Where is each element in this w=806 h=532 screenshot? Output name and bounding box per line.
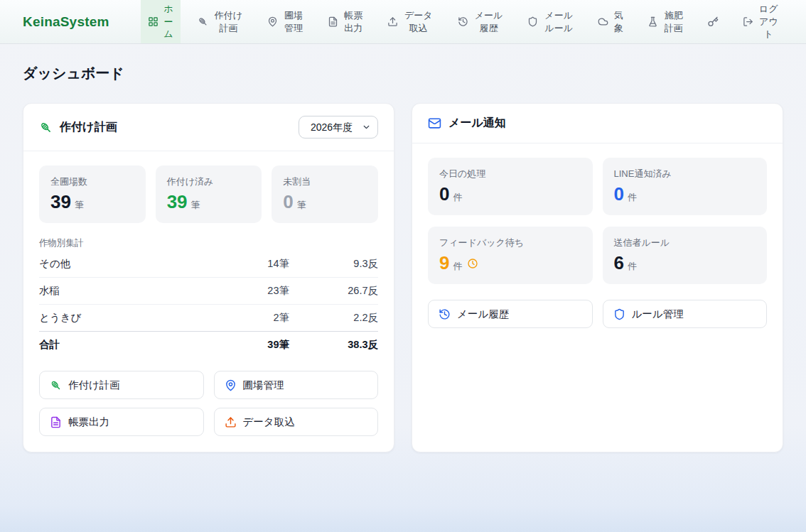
- button-label: メール履歴: [457, 308, 509, 321]
- stat-total-fields: 全圃場数 39 筆: [39, 165, 146, 223]
- nav-item-mail-rules[interactable]: メールルール: [520, 0, 581, 43]
- nav-label: 気象: [613, 9, 624, 34]
- mail-history-button[interactable]: メール履歴: [428, 300, 593, 328]
- nav-item-fertilization-plan[interactable]: 施肥計画: [640, 0, 691, 43]
- crop-name: とうきび: [39, 311, 222, 325]
- planting-card-title: 作付け計画: [60, 120, 291, 135]
- button-label: データ取込: [243, 416, 295, 429]
- app-logo[interactable]: KeinaSystem: [23, 14, 109, 30]
- main-content: ダッシュボード 作付け計画 2026年度 全圃場数: [0, 44, 806, 452]
- mail-stats-row-1: 今日の処理 0 件 LINE通知済み 0 件: [428, 158, 767, 215]
- stat-unit: 件: [453, 260, 462, 273]
- crop-count: 14筆: [222, 257, 289, 271]
- nav-item-planting-plan[interactable]: 作付け計画: [190, 0, 252, 43]
- nav-item-mail-history[interactable]: メール履歴: [451, 0, 512, 43]
- crop-name: その他: [39, 257, 222, 271]
- history-icon: [439, 308, 451, 320]
- crop-count: 39筆: [222, 338, 289, 352]
- stat-planted: 作付け済み 39 筆: [156, 165, 262, 223]
- stat-label: 今日の処理: [439, 168, 581, 180]
- stat-sender-rules: 送信者ルール 6 件: [603, 227, 768, 284]
- file-text-icon: [50, 416, 62, 428]
- crop-row: とうきび 2筆 2.2反: [39, 305, 378, 331]
- nav-item-weather[interactable]: 気象: [591, 0, 631, 43]
- stat-value: 0: [439, 185, 449, 203]
- nav-item-api-key[interactable]: [700, 0, 726, 43]
- stat-unassigned: 未割当 0 筆: [272, 165, 378, 223]
- nav-item-report-output[interactable]: 帳票出力: [321, 0, 371, 43]
- stat-today-processed: 今日の処理 0 件: [428, 158, 593, 215]
- field-management-button[interactable]: 圃場管理: [214, 371, 379, 399]
- dashboard-cards: 作付け計画 2026年度 全圃場数 39 筆: [23, 103, 783, 452]
- mail-notification-card: メール通知 今日の処理 0 件 LINE通知済み 0: [412, 103, 783, 452]
- crop-summary-table: その他 14筆 9.3反 水稲 23筆 26.7反 とうきび 2筆 2.2反: [39, 251, 378, 358]
- planting-stats: 全圃場数 39 筆 作付け済み 39 筆 未割当: [39, 165, 378, 223]
- stat-value: 39: [50, 192, 71, 211]
- nav-label: ホーム: [163, 3, 174, 40]
- nav-label: 帳票出力: [343, 9, 364, 34]
- key-icon: [707, 16, 719, 28]
- app-header: KeinaSystem ホーム 作付け計画 圃場管理 帳票出力 データ取込 メー…: [0, 0, 806, 44]
- mail-card-body: 今日の処理 0 件 LINE通知済み 0 件: [412, 143, 783, 452]
- stat-label: 作付け済み: [167, 175, 251, 188]
- planting-card-body: 全圃場数 39 筆 作付け済み 39 筆 未割当: [23, 151, 394, 452]
- upload-icon: [387, 16, 398, 27]
- stat-label: フィードバック待ち: [439, 237, 581, 249]
- crop-name: 水稲: [39, 284, 222, 298]
- crop-row: 水稲 23筆 26.7反: [39, 278, 378, 305]
- wheat-icon: [39, 121, 53, 134]
- nav-label: メール履歴: [473, 9, 505, 34]
- crop-area: 38.3反: [289, 338, 378, 352]
- history-icon: [458, 16, 468, 27]
- nav-label: 作付け計画: [213, 9, 245, 34]
- crop-count: 2筆: [222, 311, 289, 325]
- mail-icon: [428, 116, 441, 130]
- planting-actions: 作付け計画 圃場管理 帳票出力 データ取込: [39, 371, 378, 436]
- stat-value: 0: [283, 192, 293, 211]
- planting-plan-card: 作付け計画 2026年度 全圃場数 39 筆: [23, 103, 394, 452]
- crop-summary-heading: 作物別集計: [39, 237, 378, 249]
- map-pin-icon: [225, 379, 237, 391]
- home-icon: [148, 16, 158, 27]
- nav-label: ログアウト: [758, 3, 779, 40]
- stat-label: 未割当: [283, 175, 367, 188]
- logout-icon: [743, 16, 753, 27]
- stat-value: 9: [439, 254, 449, 272]
- stat-label: 全圃場数: [50, 175, 134, 188]
- planting-plan-button[interactable]: 作付け計画: [39, 371, 204, 399]
- file-text-icon: [328, 16, 338, 27]
- report-output-button[interactable]: 帳票出力: [39, 408, 204, 436]
- crop-area: 2.2反: [289, 311, 378, 325]
- stat-unit: 筆: [297, 199, 306, 212]
- data-import-button[interactable]: データ取込: [214, 408, 379, 436]
- nav-item-data-import[interactable]: データ取込: [380, 0, 441, 43]
- stat-unit: 件: [628, 260, 637, 273]
- map-pin-icon: [267, 16, 278, 27]
- rule-management-button[interactable]: ルール管理: [603, 300, 768, 328]
- nav-item-field-management[interactable]: 圃場管理: [260, 0, 311, 43]
- nav-label: メールルール: [543, 9, 574, 34]
- button-label: 作付け計画: [68, 379, 120, 392]
- button-label: 圃場管理: [243, 379, 284, 392]
- upload-icon: [225, 416, 237, 428]
- stat-value: 0: [614, 185, 624, 203]
- mail-actions: メール履歴 ルール管理: [428, 300, 767, 328]
- main-nav: ホーム 作付け計画 圃場管理 帳票出力 データ取込 メール履歴 メールルール: [141, 0, 786, 43]
- button-label: 帳票出力: [68, 416, 109, 429]
- crop-row: その他 14筆 9.3反: [39, 251, 378, 278]
- stat-unit: 件: [628, 191, 637, 204]
- nav-item-logout[interactable]: ログアウト: [736, 0, 786, 43]
- wheat-icon: [50, 379, 62, 391]
- stat-unit: 筆: [191, 199, 200, 212]
- nav-label: 施肥計画: [663, 9, 684, 34]
- nav-item-home[interactable]: ホーム: [141, 0, 181, 43]
- cloud-icon: [598, 16, 608, 27]
- stat-value: 39: [167, 192, 188, 211]
- crop-total-row: 合計 39筆 38.3反: [39, 331, 378, 358]
- year-select[interactable]: 2026年度: [299, 116, 378, 139]
- wheat-icon: [198, 16, 208, 27]
- mail-card-header: メール通知: [412, 104, 783, 143]
- stat-unit: 筆: [75, 199, 84, 212]
- stat-feedback-waiting: フィードバック待ち 9 件: [428, 227, 593, 284]
- stat-value: 6: [614, 254, 624, 272]
